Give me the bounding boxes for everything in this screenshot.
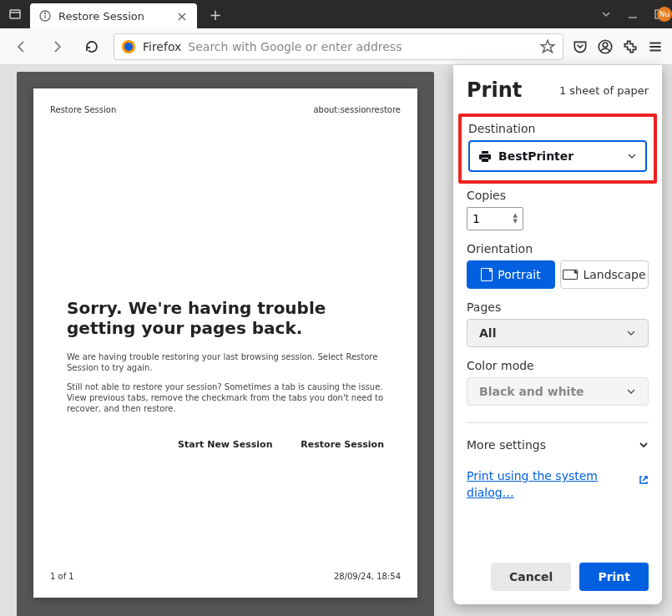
toolbar: Firefox Search with Google or enter addr… <box>0 28 672 65</box>
portrait-icon <box>481 268 493 281</box>
print-title: Print <box>467 78 522 102</box>
print-preview: Restore Session about:sessionrestore Sor… <box>17 72 434 616</box>
printer-icon <box>478 149 492 163</box>
chevron-down-icon <box>626 386 636 396</box>
svg-marker-9 <box>541 40 554 52</box>
page-header-title: Restore Session <box>50 105 116 114</box>
titlebar: Restore Session × + Nu <box>0 0 672 28</box>
system-dialog-link[interactable]: Print using the system dialog… <box>467 468 609 501</box>
menu-icon[interactable] <box>647 38 664 55</box>
forward-button[interactable] <box>43 33 70 60</box>
url-bar[interactable]: Firefox Search with Google or enter addr… <box>114 33 563 60</box>
chevron-down-icon <box>626 328 636 338</box>
pages-select[interactable]: All <box>467 319 649 347</box>
dropdown-icon[interactable] <box>600 8 612 20</box>
page-header-url: about:sessionrestore <box>313 105 401 114</box>
external-link-icon <box>639 475 649 485</box>
sheet-count: 1 sheet of paper <box>559 84 649 97</box>
bookmark-star-icon[interactable] <box>539 38 556 55</box>
minimize-icon[interactable] <box>627 8 639 20</box>
tab-close-icon[interactable]: × <box>175 9 189 23</box>
back-button[interactable] <box>8 33 35 60</box>
copies-input[interactable]: 1 ▲▼ <box>467 207 523 230</box>
new-tab-button[interactable]: + <box>204 3 227 26</box>
info-icon <box>38 9 52 23</box>
color-mode-select: Black and white <box>467 377 649 406</box>
destination-value: BestPrinter <box>498 149 620 163</box>
browser-tab[interactable]: Restore Session × <box>30 3 197 28</box>
portrait-button[interactable]: Portrait <box>467 260 555 289</box>
app-menu-icon[interactable] <box>7 6 23 23</box>
reload-button[interactable] <box>78 33 105 60</box>
svg-point-4 <box>45 13 46 14</box>
color-mode-label: Color mode <box>467 359 649 372</box>
account-icon[interactable] <box>597 38 614 55</box>
preview-page: Restore Session about:sessionrestore Sor… <box>33 88 417 598</box>
page-heading: Sorry. We're having trouble getting your… <box>67 298 384 338</box>
print-button[interactable]: Print <box>579 563 649 591</box>
pages-label: Pages <box>467 300 649 314</box>
page-paragraph-1: We are having trouble restoring your las… <box>67 351 384 373</box>
svg-point-8 <box>124 43 133 51</box>
extensions-icon[interactable] <box>622 38 639 55</box>
divider <box>467 422 649 423</box>
url-brand: Firefox <box>143 40 181 53</box>
pages-value: All <box>479 326 496 340</box>
destination-highlight: Destination BestPrinter <box>458 114 657 184</box>
page-action-new-session: Start New Session <box>178 439 272 450</box>
pocket-icon[interactable] <box>572 38 589 55</box>
spinner-icon[interactable]: ▲▼ <box>513 213 518 225</box>
portrait-label: Portrait <box>498 268 540 281</box>
page-action-restore: Restore Session <box>301 439 384 450</box>
notification-badge: Nu <box>657 7 672 22</box>
color-mode-value: Black and white <box>479 385 584 398</box>
orientation-label: Orientation <box>467 242 649 255</box>
landscape-icon <box>563 270 578 280</box>
tab-title: Restore Session <box>58 10 169 23</box>
search-placeholder: Search with Google or enter address <box>188 40 533 53</box>
page-paragraph-2: Still not able to restore your session? … <box>67 381 384 414</box>
landscape-button[interactable]: Landscape <box>560 260 649 289</box>
destination-label: Destination <box>468 122 647 135</box>
copies-value: 1 <box>472 212 480 225</box>
svg-point-11 <box>603 43 608 48</box>
print-dialog: Print 1 sheet of paper Destination BestP… <box>453 65 662 604</box>
more-settings-toggle[interactable]: More settings <box>467 435 649 455</box>
page-footer-date: 28/09/24, 18:54 <box>334 572 401 581</box>
page-footer-count: 1 of 1 <box>50 572 74 581</box>
landscape-label: Landscape <box>583 268 645 281</box>
cancel-button[interactable]: Cancel <box>491 563 571 591</box>
destination-select[interactable]: BestPrinter <box>468 140 647 172</box>
firefox-icon <box>121 39 136 54</box>
chevron-down-icon <box>627 151 637 161</box>
more-settings-label: More settings <box>467 438 546 452</box>
chevron-down-icon <box>639 440 649 450</box>
svg-rect-0 <box>10 10 20 18</box>
copies-label: Copies <box>467 189 649 202</box>
